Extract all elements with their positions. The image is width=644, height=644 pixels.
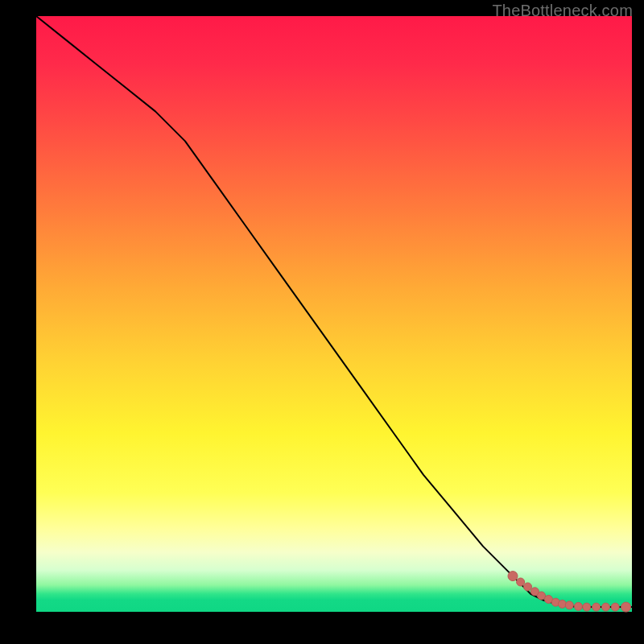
- chart-marker: [517, 578, 525, 586]
- chart-marker: [524, 583, 532, 591]
- plot-area: [36, 16, 632, 612]
- chart-markers: [508, 572, 631, 612]
- chart-marker: [621, 602, 631, 612]
- chart-marker: [601, 603, 609, 611]
- chart-marker: [574, 602, 582, 610]
- chart-marker: [558, 600, 566, 608]
- chart-marker: [565, 601, 573, 609]
- chart-marker: [611, 603, 619, 611]
- chart-marker: [508, 572, 518, 581]
- chart-overlay: [36, 16, 632, 612]
- chart-frame: TheBottleneck.com: [0, 0, 644, 644]
- chart-marker: [583, 603, 591, 611]
- chart-marker: [592, 603, 601, 611]
- chart-curve: [36, 16, 632, 607]
